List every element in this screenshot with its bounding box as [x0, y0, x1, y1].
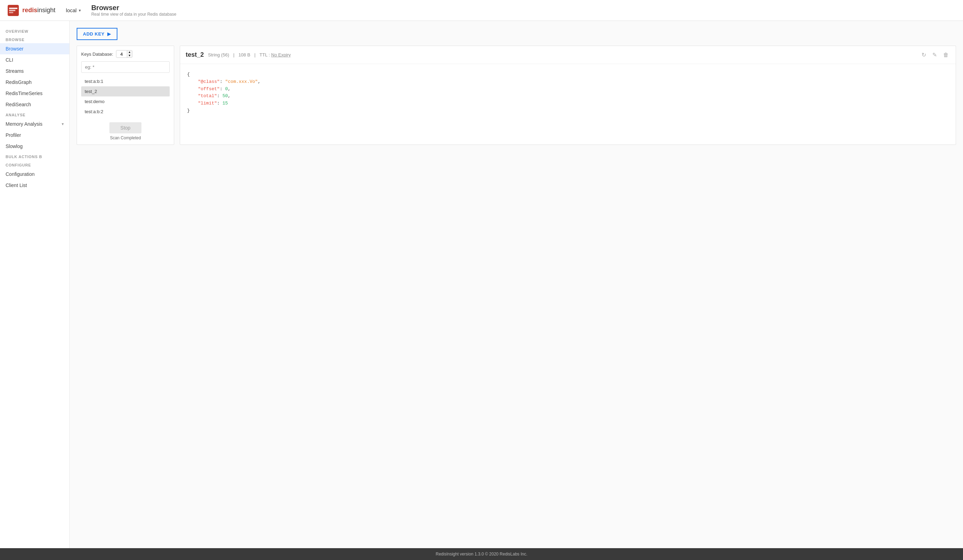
db-number-up[interactable]: ▲ — [127, 50, 132, 54]
add-key-label: ADD KEY — [83, 31, 105, 37]
stop-button[interactable]: Stop — [109, 122, 142, 133]
section-label-analyse: ANALYSE — [0, 110, 69, 118]
db-selector-label: local — [66, 7, 77, 13]
code-line: "total": 50, — [187, 93, 949, 100]
db-number-field[interactable] — [117, 51, 127, 57]
scan-section: Stop Scan Completed — [81, 122, 170, 140]
refresh-button[interactable]: ↻ — [920, 50, 927, 60]
page-subtitle: Real time view of data in your Redis dat… — [91, 12, 176, 17]
ttl-value: No Expiry — [271, 52, 290, 57]
sidebar-item-memory-analysis[interactable]: Memory Analysis ▾ — [0, 118, 69, 129]
section-label-bulk-actions: BULK ACTIONS β — [0, 152, 69, 160]
sidebar-item-slowlog[interactable]: Slowlog — [0, 141, 69, 152]
separator: | — [233, 52, 234, 57]
footer-text: RedisInsight version 1.3.0 © 2020 RedisL… — [436, 552, 527, 557]
list-item[interactable]: test:a:b:1 — [81, 76, 170, 86]
svg-rect-2 — [9, 10, 15, 11]
list-item[interactable]: test:a:b:2 — [81, 107, 170, 117]
key-type: String (56) — [208, 52, 229, 57]
sidebar-item-browser[interactable]: Browser — [0, 43, 69, 54]
logo-icon — [7, 4, 19, 17]
code-line: { — [187, 71, 949, 78]
keys-database-label: Keys Database: — [81, 52, 113, 57]
delete-button[interactable]: 🗑 — [942, 50, 950, 60]
separator-2: | — [255, 52, 255, 57]
db-selector-button[interactable]: local ▾ — [66, 7, 81, 13]
chevron-down-icon: ▾ — [79, 8, 81, 13]
code-line: "limit": 15 — [187, 100, 949, 107]
memory-analysis-label: Memory Analysis — [6, 121, 42, 127]
section-label-overview: OVERVIEW — [0, 26, 69, 35]
logo-text: redisinsight — [22, 6, 55, 14]
page-header: Browser Real time view of data in your R… — [91, 4, 176, 17]
code-line: "@class": "com.xxx.Vo", — [187, 78, 949, 86]
sidebar-item-client-list[interactable]: Client List — [0, 180, 69, 191]
svg-rect-1 — [9, 8, 18, 9]
key-meta: String (56) | 108 B | TTL : No Expiry — [208, 52, 291, 57]
expand-icon: ▾ — [62, 121, 64, 126]
scan-status: Scan Completed — [110, 136, 141, 140]
logo: redisinsight — [7, 4, 55, 17]
key-name: test_2 — [186, 51, 204, 58]
keys-panel: Keys Database: ▲ ▼ test:a:b:1 test_2 tes… — [77, 45, 174, 145]
key-detail-panel: test_2 String (56) | 108 B | TTL : No Ex… — [180, 45, 956, 145]
content-area: ADD KEY ▶ Keys Database: ▲ ▼ — [70, 21, 963, 548]
browser-panel: Keys Database: ▲ ▼ test:a:b:1 test_2 tes… — [77, 45, 956, 145]
code-line: "offset": 0, — [187, 86, 949, 93]
db-spinners: ▲ ▼ — [127, 50, 132, 57]
keys-header: Keys Database: ▲ ▼ — [81, 50, 170, 58]
db-number-input[interactable]: ▲ ▼ — [116, 50, 132, 58]
key-actions: ↻ ✎ 🗑 — [920, 50, 950, 60]
ttl-label: TTL : — [259, 52, 270, 57]
list-item[interactable]: test_2 — [81, 86, 170, 97]
sidebar-item-streams[interactable]: Streams — [0, 65, 69, 77]
sidebar-item-cli[interactable]: CLI — [0, 54, 69, 65]
edit-button[interactable]: ✎ — [931, 50, 938, 60]
add-key-button[interactable]: ADD KEY ▶ — [77, 28, 117, 40]
key-size: 56 — [223, 52, 227, 57]
main-layout: OVERVIEW BROWSE Browser CLI Streams Redi… — [0, 21, 963, 548]
key-bytes: 108 B — [238, 52, 250, 57]
page-title: Browser — [91, 4, 176, 12]
sidebar-item-redisearch[interactable]: RediSearch — [0, 99, 69, 110]
svg-rect-3 — [9, 12, 13, 13]
db-number-down[interactable]: ▼ — [127, 54, 132, 57]
sidebar-item-redisgraph[interactable]: RedisGraph — [0, 77, 69, 88]
code-line: } — [187, 107, 949, 115]
section-label-configure: CONFIGURE — [0, 160, 69, 168]
app-header: redisinsight local ▾ Browser Real time v… — [0, 0, 963, 21]
add-key-arrow-icon: ▶ — [107, 31, 111, 37]
key-search-input[interactable] — [81, 61, 170, 73]
key-list: test:a:b:1 test_2 test:demo test:a:b:2 — [81, 76, 170, 117]
sidebar-item-redistimeseries[interactable]: RedisTimeSeries — [0, 88, 69, 99]
key-detail-header: test_2 String (56) | 108 B | TTL : No Ex… — [180, 46, 956, 64]
sidebar-item-profiler[interactable]: Profiler — [0, 129, 69, 141]
footer: RedisInsight version 1.3.0 © 2020 RedisL… — [0, 548, 963, 560]
sidebar-item-configuration[interactable]: Configuration — [0, 168, 69, 180]
code-display: { "@class": "com.xxx.Vo", "offset": 0, "… — [180, 64, 956, 121]
section-label-browse: BROWSE — [0, 35, 69, 43]
list-item[interactable]: test:demo — [81, 97, 170, 107]
sidebar: OVERVIEW BROWSE Browser CLI Streams Redi… — [0, 21, 70, 548]
